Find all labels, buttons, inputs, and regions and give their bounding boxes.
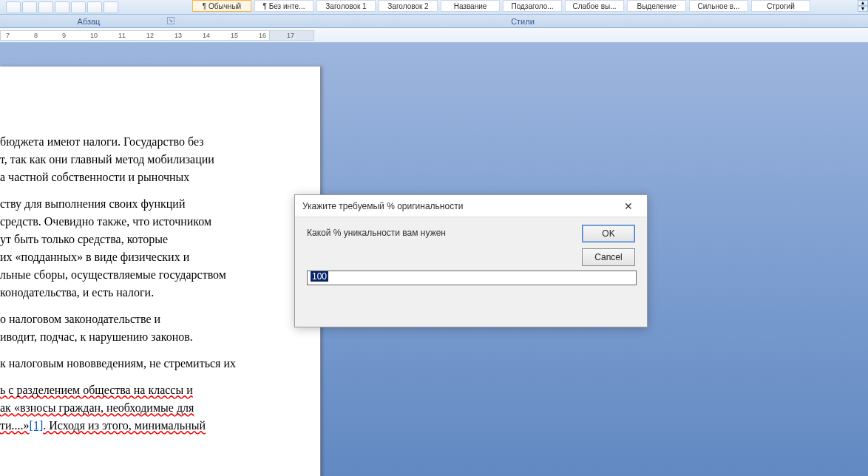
ruler-tick: 10 xyxy=(90,32,98,39)
style-gallery: ¶ Обычный¶ Без инте...Заголовок 1Заголов… xyxy=(185,0,855,14)
style-item-3[interactable]: Заголовок 2 xyxy=(379,0,438,12)
spellcheck-text: ак «взносы граждан, необходимые для xyxy=(0,401,194,414)
shading-button[interactable] xyxy=(87,1,102,13)
document-page[interactable]: бюджета имеют налоги. Государство без т,… xyxy=(0,67,321,476)
text-line: ут быть только средства, которые xyxy=(0,233,168,245)
close-icon[interactable]: ✕ xyxy=(617,198,640,214)
text-line: к налоговым нововведениям, не стремиться… xyxy=(0,357,236,370)
dialog-titlebar[interactable]: Укажите требуемый % оригинальности ✕ xyxy=(295,195,647,217)
ok-button[interactable]: OK xyxy=(582,225,635,242)
spellcheck-text: ти....» xyxy=(0,419,30,432)
ruler-tick: 15 xyxy=(231,32,238,39)
paragraph-expand-icon[interactable]: ↘ xyxy=(167,17,174,24)
spellcheck-text: . Исходя из этого, минимальный xyxy=(43,419,206,432)
align-center-button[interactable] xyxy=(22,1,37,13)
styles-group-label: Стили xyxy=(177,15,868,27)
align-right-button[interactable] xyxy=(38,1,53,13)
style-scroll-up[interactable]: ▲ xyxy=(858,0,868,6)
align-justify-button[interactable] xyxy=(55,1,69,13)
text-line: конодательства, и есть налоги. xyxy=(0,286,154,299)
ruler-tick: 13 xyxy=(174,32,182,39)
ruler-tick: 9 xyxy=(62,32,66,39)
dialog-title-text: Укажите требуемый % оригинальности xyxy=(302,201,463,211)
styles-label-text: Стили xyxy=(511,17,535,26)
style-scroll-down[interactable]: ▼ xyxy=(858,6,868,12)
ruler-tick: 11 xyxy=(118,32,126,39)
paragraph-buttons xyxy=(0,0,185,14)
text-line: т, так как они главный метод мобилизации xyxy=(0,153,214,166)
cancel-button[interactable]: Cancel xyxy=(582,248,635,266)
text-line: ству для выполнения своих функций xyxy=(0,197,185,210)
style-item-0[interactable]: ¶ Обычный xyxy=(192,0,251,12)
style-item-1[interactable]: ¶ Без инте... xyxy=(254,0,313,12)
ruler-tick: 16 xyxy=(259,32,266,39)
style-item-5[interactable]: Подзаголо... xyxy=(503,0,562,12)
text-line: бюджета имеют налоги. Государство без xyxy=(0,135,204,148)
ruler-tick: 7 xyxy=(6,32,10,39)
style-item-2[interactable]: Заголовок 1 xyxy=(316,0,376,12)
paragraph-label-text: Абзац xyxy=(78,17,101,26)
ribbon-styles-row: ¶ Обычный¶ Без инте...Заголовок 1Заголов… xyxy=(0,0,868,15)
ruler-tick: 8 xyxy=(34,32,38,39)
ribbon-labels: Абзац ↘ Стили xyxy=(0,15,868,28)
style-item-8[interactable]: Сильное в... xyxy=(689,0,748,12)
text-line: а частной собственности и рыночных xyxy=(0,171,189,183)
ruler-tick: 14 xyxy=(203,32,210,39)
dialog-body: Какой % уникальности вам нужен OK Cancel… xyxy=(295,217,647,294)
footnote-link[interactable]: [1] xyxy=(30,419,44,432)
ruler-tick: 17 xyxy=(287,32,294,39)
align-left-button[interactable] xyxy=(6,1,21,13)
text-line: иводит, подчас, к нарушению законов. xyxy=(0,330,193,343)
borders-button[interactable] xyxy=(104,1,118,13)
text-line: о налоговом законодательстве и xyxy=(0,313,160,325)
ruler-active-area xyxy=(0,30,270,41)
text-line: льные сборы, осуществляемые государством xyxy=(0,268,226,281)
style-item-9[interactable]: Строгий xyxy=(751,0,810,12)
spellcheck-text: ь с разделением общества на классы и xyxy=(0,384,193,396)
line-spacing-button[interactable] xyxy=(71,1,86,13)
input-value-selected: 100 xyxy=(311,271,328,282)
style-item-6[interactable]: Слабое вы... xyxy=(565,0,624,12)
style-item-4[interactable]: Название xyxy=(441,0,500,12)
style-scroll: ▲ ▼ xyxy=(858,0,868,14)
horizontal-ruler[interactable]: 7891011121314151617 xyxy=(0,28,868,43)
paragraph-group-label: Абзац ↘ xyxy=(0,15,177,27)
style-item-7[interactable]: Выделение xyxy=(627,0,686,12)
input-dialog: Укажите требуемый % оригинальности ✕ Как… xyxy=(294,194,648,327)
ruler-tick: 12 xyxy=(146,32,154,39)
percent-input[interactable]: 100 xyxy=(307,271,637,285)
text-line: средств. Очевидно также, что источником xyxy=(0,215,211,228)
document-text[interactable]: бюджета имеют налоги. Государство без т,… xyxy=(0,133,318,443)
text-line: их «подданных» в виде физических и xyxy=(0,251,189,263)
